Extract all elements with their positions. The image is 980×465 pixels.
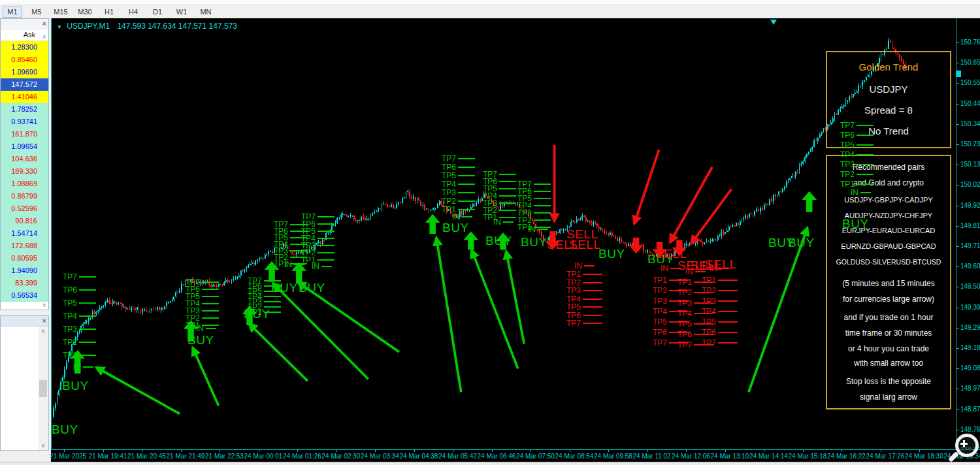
buy-signal-text: BUY [598,247,625,261]
scrollbar-thumb[interactable] [39,380,47,397]
market-watch-row[interactable]: 1.54714 [1,227,48,240]
recommendation-line: USDJPY-GBPJPY-CADJPY [827,196,950,204]
timeframe-button-w1[interactable]: W1 [172,7,191,18]
price-axis-tick [956,83,959,84]
time-axis-label: 24 Mar 17:26 [866,453,905,460]
market-watch-row[interactable]: 1.08869 [1,178,48,190]
price-axis-tick [956,124,959,125]
tp-label: TP3 [63,325,96,334]
market-watch-row[interactable]: 0.52596 [1,202,48,215]
price-axis-label: 149.395 [960,304,980,311]
market-watch-row[interactable]: 1.41046 [1,91,48,103]
price-axis-label: 149.605 [960,263,980,270]
current-price-marker [956,71,961,77]
time-axis-label: 24 Mar 11:02 [633,453,671,460]
tp-label: TP2 [442,197,475,206]
time-axis-tick [492,449,493,452]
scroll-down-icon[interactable]: ∨ [39,442,48,449]
market-watch-row[interactable]: 0.85460 [1,54,48,66]
tp-label: TP6 [840,131,874,140]
time-axis[interactable]: 21 Mar 202521 Mar 19:4121 Mar 20:4521 Ma… [51,450,980,462]
price-axis-tick [956,266,959,267]
price-axis-tick [956,165,959,165]
scroll-up-icon[interactable]: ∧ [39,328,48,334]
timeframe-button-mn[interactable]: MN [196,7,216,18]
timeframe-button-m15[interactable]: M15 [51,7,71,18]
timeframe-button-h1[interactable]: H1 [99,7,119,18]
symbol-dropdown-icon[interactable]: ▼ [57,24,62,30]
market-watch-row[interactable]: 0.93741 [1,116,48,128]
ask-price-value: 0.52596 [11,204,37,212]
ask-price-value: 1.54714 [11,229,37,237]
market-watch-row[interactable]: 1.94090 [1,265,48,277]
magnifier-icon [949,432,980,464]
ask-column-header: Ask [24,31,35,39]
market-watch-titlebar: × [1,19,48,29]
tp-label: TP3 [702,297,738,306]
timeframe-button-m1[interactable]: M1 [3,7,22,18]
market-watch-header: Ask ∧ [1,29,48,41]
in-label: IN [528,225,548,234]
timeframe-button-h4[interactable]: H4 [123,7,143,18]
market-watch-row[interactable]: 147.572 [1,78,48,91]
price-axis[interactable]: 150.760150.655150.550150.445150.340150.2… [956,18,980,450]
market-watch-row[interactable]: 104.636 [1,153,48,165]
time-axis-label: 24 Mar 16:22 [827,453,866,460]
market-watch-row[interactable]: 83.399 [1,277,48,289]
recommendation-line: GOLDUSD-SILVERUSD-BTCUSD [827,258,950,266]
time-axis-tick [881,449,881,452]
time-axis-tick [181,449,182,452]
magnifier-glass [955,434,979,457]
time-axis-tick [803,449,804,452]
market-watch-row[interactable]: 189.330 [1,165,48,178]
ask-price-value: 147.572 [11,80,37,88]
chart-title[interactable]: ▼ USDJPY,M1 147.593 147.634 147.571 147.… [57,22,237,31]
time-axis-tick [64,449,65,452]
sell-signal-text: SELL [569,238,600,252]
buy-signal-text: BUY [244,307,270,321]
timeframe-button-m5[interactable]: M5 [27,7,46,18]
time-axis-label: 24 Mar 02:30 [322,453,361,460]
market-watch-row[interactable]: 1.09654 [1,140,48,153]
upper-toolbar-edge [0,0,980,5]
buy-signal-text: BUY [521,235,547,249]
market-watch-row[interactable]: 161.870 [1,128,48,140]
tp-label: TP7 [702,338,738,347]
tp-label: TP7 [566,319,602,328]
recommendation-line: and if you trade on 1 hour [827,313,950,322]
market-watch-row[interactable]: 0.86799 [1,190,48,202]
time-axis-tick [297,449,298,452]
time-axis-tick [570,449,570,452]
tp-label: TP4 [840,150,874,159]
in-label: IN [493,217,514,227]
timeframe-button-d1[interactable]: D1 [148,7,167,18]
ask-price-value: 1.78252 [11,105,37,113]
market-watch-row[interactable]: 0.60595 [1,252,48,265]
time-axis-label: 24 Mar 00:01 [244,453,283,460]
time-axis-tick [220,449,220,452]
price-axis-label: 150.130 [960,161,980,168]
market-watch-row[interactable]: 0.56534 [1,289,48,302]
navigator-scrollbar[interactable]: ∧ ∨ [39,327,48,450]
tp-label: TP4 [63,312,96,321]
navigator-panel: × ∧ ∨ [0,315,49,451]
timeframe-button-m30[interactable]: M30 [75,7,95,18]
market-watch-row[interactable]: 1.09690 [1,66,48,78]
close-icon[interactable]: × [42,20,46,28]
ask-price-value: 1.08869 [11,180,37,187]
indicator-spread: Spread = 8 [827,104,950,116]
market-watch-row[interactable]: 1.78252 [1,103,48,116]
scroll-down-icon[interactable]: ∨ [42,302,46,308]
ask-price-value: 83.399 [15,279,37,287]
market-watch-row[interactable]: 90.816 [1,215,48,227]
time-axis-label: 24 Mar 15:18 [789,453,827,460]
ask-price-value: 0.56534 [11,291,37,299]
in-label: IN [312,262,332,271]
close-icon[interactable]: × [42,317,46,325]
price-axis-tick [956,389,959,389]
market-watch-row[interactable]: 172.688 [1,240,48,252]
market-watch-row[interactable]: 1.28300 [1,41,48,54]
time-axis-label: 21 Mar 2025 [50,453,86,460]
ask-price-value: 161.870 [11,130,37,138]
chart-area[interactable]: Golden Trend USDJPY Spread = 8 No Trend … [51,18,956,449]
